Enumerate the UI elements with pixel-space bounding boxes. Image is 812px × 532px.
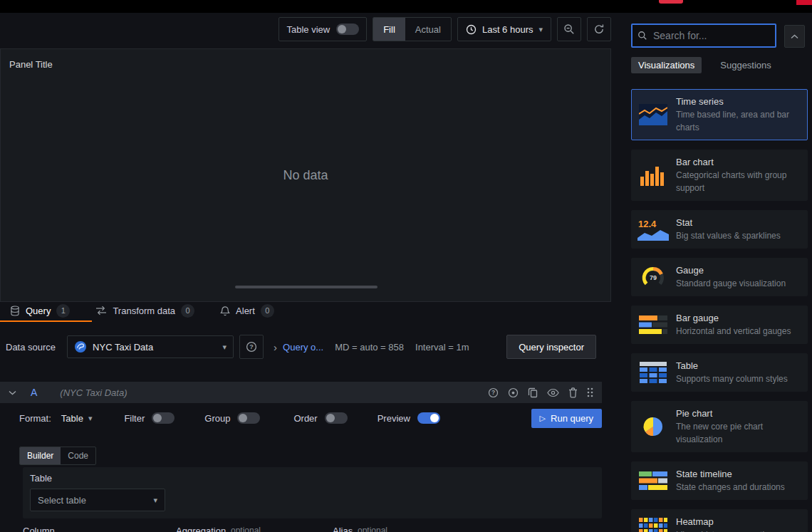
datasource-selected: NYC Taxi Data <box>93 342 217 353</box>
order-toggle[interactable] <box>325 412 348 424</box>
query-options-toggle[interactable]: › Query o... <box>274 341 323 353</box>
query-count-badge: 1 <box>56 304 70 318</box>
time-range-label: Last 6 hours <box>482 24 533 35</box>
clipped-red-indicator-2 <box>796 0 812 5</box>
viz-search-row <box>627 24 812 48</box>
refresh-button[interactable] <box>587 17 611 41</box>
fill-button[interactable]: Fill <box>373 18 405 41</box>
viz-card-table[interactable]: TableSupports many column styles <box>631 353 808 392</box>
alias-optional-label: optional <box>358 526 387 532</box>
pie-chart-icon <box>637 414 669 439</box>
tab-alert[interactable]: Alert 0 <box>220 304 274 318</box>
preview-toggle[interactable] <box>417 412 440 424</box>
viz-tabs: Visualizations Suggestions <box>627 57 812 73</box>
svg-text:?: ? <box>491 389 495 396</box>
zoom-out-button[interactable] <box>557 17 581 41</box>
viz-card-state-timeline[interactable]: State timelineState changes and duration… <box>631 461 808 500</box>
tab-visualizations[interactable]: Visualizations <box>631 57 702 73</box>
drag-handle-grip-icon[interactable] <box>587 387 593 397</box>
collapse-sidebar-button[interactable] <box>784 25 805 48</box>
active-tab-underline <box>0 320 92 322</box>
tab-query-label: Query <box>26 306 51 316</box>
format-label: Format: <box>19 413 51 424</box>
datasource-help-button[interactable]: ? <box>239 335 264 359</box>
chevron-down-icon: ▾ <box>223 343 227 351</box>
refresh-icon <box>593 24 605 35</box>
group-toggle[interactable] <box>237 412 260 424</box>
viz-card-description: Supports many column styles <box>676 372 788 385</box>
transform-icon <box>95 306 107 315</box>
viz-card-pie-chart[interactable]: Pie chartThe new core pie chart visualiz… <box>631 401 808 452</box>
viz-card-description: The new core pie chart visualization <box>676 420 801 446</box>
svg-text:?: ? <box>249 343 254 350</box>
tab-suggestions[interactable]: Suggestions <box>713 57 779 73</box>
datasource-logo-icon <box>74 340 87 353</box>
bar-chart-icon <box>637 163 669 187</box>
viz-picker-sidebar: Visualizations Suggestions Time seriesTi… <box>627 13 812 532</box>
time-range-picker[interactable]: Last 6 hours ▾ <box>457 17 551 41</box>
viz-card-title: Heatmap <box>676 516 776 528</box>
edit-tabs: Query 1 Transform data 0 Alert 0 <box>0 299 611 322</box>
viz-search-input[interactable] <box>652 29 770 42</box>
query-row-actions: ? <box>488 387 593 398</box>
max-datapoints-text: MD = auto = 858 <box>335 342 404 353</box>
format-select[interactable]: Table ▾ <box>61 413 93 424</box>
chevron-down-icon: ▾ <box>153 496 157 504</box>
filter-toggle[interactable] <box>152 412 175 424</box>
viz-card-heatmap[interactable]: HeatmapLike a histogram over time <box>631 509 808 532</box>
tab-transform-data[interactable]: Transform data 0 <box>95 304 194 318</box>
viz-card-description: Standard gauge visualization <box>676 277 786 290</box>
duplicate-query-icon[interactable] <box>528 387 538 398</box>
viz-card-title: Stat <box>676 217 781 229</box>
top-strip <box>0 0 812 13</box>
filter-label: Filter <box>124 413 145 424</box>
delete-query-trash-icon[interactable] <box>568 387 578 398</box>
viz-card-gauge[interactable]: 79GaugeStandard gauge visualization <box>631 258 808 296</box>
actual-button[interactable]: Actual <box>405 18 451 41</box>
query-options-label: Query o... <box>283 342 323 353</box>
target-icon[interactable] <box>508 387 519 398</box>
tab-query[interactable]: Query 1 <box>10 304 70 318</box>
run-query-button[interactable]: ▷ Run query <box>531 409 602 428</box>
search-icon <box>637 31 647 41</box>
query-row-header[interactable]: A (NYC Taxi Data) ? <box>0 382 602 403</box>
viz-card-bar-gauge[interactable]: Bar gaugeHorizontal and vertical gauges <box>631 306 808 344</box>
viz-card-title: Bar gauge <box>676 312 791 324</box>
datasource-label: Data source <box>6 342 56 353</box>
panel-editor-toolbar: Table view Fill Actual Last 6 hours ▾ <box>0 16 611 43</box>
code-tab[interactable]: Code <box>61 447 95 464</box>
help-circle-icon: ? <box>246 341 257 353</box>
viz-card-title: State timeline <box>676 468 785 480</box>
viz-search-box <box>631 24 776 48</box>
viz-card-time-series[interactable]: Time seriesTime based line, area and bar… <box>631 89 808 140</box>
table-section-label: Table <box>30 473 52 484</box>
preview-label: Preview <box>378 413 410 424</box>
query-inspector-button[interactable]: Query inspector <box>506 335 596 359</box>
alias-label: Alias <box>333 526 353 532</box>
chevron-down-icon: ▾ <box>538 26 543 33</box>
viz-card-stat[interactable]: 12.4StatBig stat values & sparklines <box>631 210 808 249</box>
viz-card-description: State changes and durations <box>676 481 785 494</box>
query-help-icon[interactable]: ? <box>488 387 499 398</box>
query-ref-id[interactable]: A <box>31 387 37 398</box>
zoom-out-icon <box>563 24 575 35</box>
svg-text:79: 79 <box>650 274 657 281</box>
collapse-chevron-icon[interactable] <box>9 390 16 395</box>
heatmap-icon <box>637 516 669 532</box>
table-view-label: Table view <box>286 24 330 35</box>
viz-card-title: Pie chart <box>676 407 801 419</box>
select-table-dropdown[interactable]: Select table ▾ <box>30 489 165 511</box>
panel-preview[interactable]: Panel Title No data <box>0 48 611 302</box>
pane-resize-handle[interactable] <box>235 286 378 288</box>
builder-code-switch: Builder Code <box>19 447 96 465</box>
viz-card-title: Bar chart <box>676 156 801 168</box>
disable-query-eye-icon[interactable] <box>547 388 559 397</box>
viz-card-description: Big stat values & sparklines <box>676 229 781 242</box>
table-view-toggle[interactable] <box>336 24 359 35</box>
builder-tab[interactable]: Builder <box>20 447 61 464</box>
viz-card-bar-chart[interactable]: Bar chartCategorical charts with group s… <box>631 150 808 201</box>
query-format-row: Format: Table ▾ Filter Group Order Previ… <box>0 407 602 429</box>
viz-card-title: Table <box>676 360 788 372</box>
datasource-picker[interactable]: NYC Taxi Data ▾ <box>67 335 234 358</box>
format-value: Table <box>61 413 83 424</box>
